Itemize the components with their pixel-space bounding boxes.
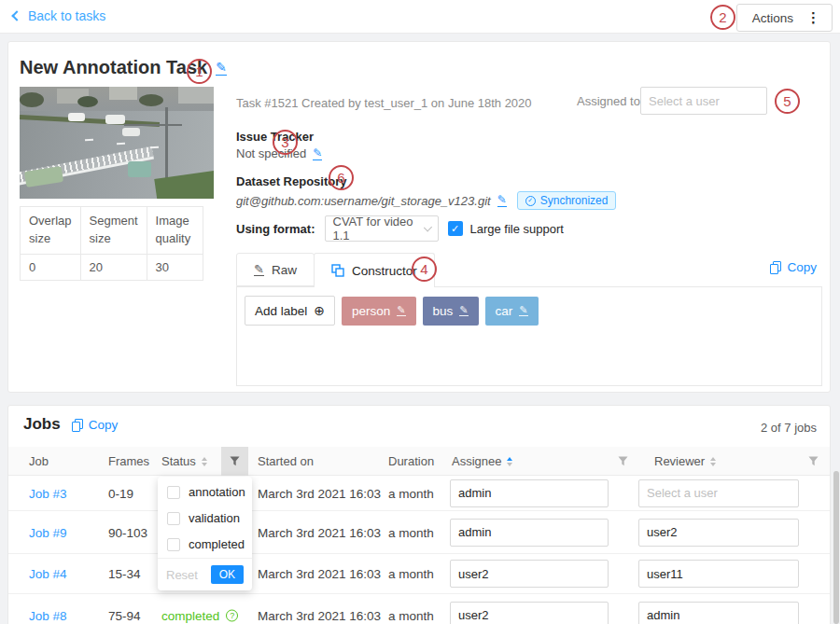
- checked-checkbox-icon[interactable]: ✓: [448, 221, 463, 236]
- edit-label-icon[interactable]: ✎: [397, 305, 405, 316]
- block-icon: [331, 264, 344, 277]
- back-to-tasks-label: Back to tasks: [28, 8, 105, 23]
- add-label-text: Add label: [255, 304, 307, 318]
- reviewer-input[interactable]: [638, 479, 799, 507]
- checkbox-icon[interactable]: [167, 538, 180, 551]
- filter-ok-button[interactable]: OK: [211, 565, 244, 584]
- job-link[interactable]: Job #4: [29, 567, 67, 581]
- column-status[interactable]: Status: [161, 454, 207, 468]
- edit-label-icon[interactable]: ✎: [459, 305, 468, 316]
- reviewer-input[interactable]: [638, 560, 799, 588]
- sort-icon-assignee[interactable]: [507, 457, 512, 466]
- format-select-value: CVAT for video 1.1: [333, 215, 425, 243]
- label-pill-bus[interactable]: bus ✎: [423, 297, 479, 326]
- job-link[interactable]: Job #9: [29, 525, 67, 539]
- filter-option-validation[interactable]: validation: [167, 511, 243, 525]
- column-job[interactable]: Job: [29, 454, 49, 468]
- using-format-label: Using format:: [236, 222, 315, 236]
- edit-label-icon[interactable]: ✎: [519, 305, 527, 316]
- filter-option-completed[interactable]: completed: [167, 537, 243, 551]
- filter-reviewer-button[interactable]: [800, 447, 827, 476]
- jobs-table-header: Job Frames Status Started on Duration As…: [8, 447, 830, 476]
- sort-icon-status[interactable]: [202, 457, 207, 466]
- job-link[interactable]: Job #8: [29, 608, 67, 622]
- checkbox-icon[interactable]: [167, 512, 180, 525]
- job-link[interactable]: Job #3: [29, 486, 67, 500]
- checkbox-icon[interactable]: [167, 486, 180, 499]
- column-status-label: Status: [161, 454, 196, 468]
- reviewer-input[interactable]: [638, 602, 799, 624]
- format-select[interactable]: CVAT for video 1.1: [325, 215, 439, 242]
- column-reviewer[interactable]: Reviewer: [654, 454, 716, 468]
- filter-assignee-button[interactable]: [609, 447, 637, 476]
- funnel-icon: [618, 456, 628, 466]
- callout-6: 6: [329, 165, 354, 190]
- label-pill-car[interactable]: car ✎: [485, 297, 539, 326]
- more-vertical-icon[interactable]: ⋮: [806, 9, 820, 26]
- assignee-input[interactable]: [450, 602, 609, 624]
- label-person-name: person: [352, 304, 390, 318]
- edit-title-icon[interactable]: ✎: [216, 61, 227, 76]
- repository-url[interactable]: git@github.com:username/git_storage_v123…: [236, 194, 491, 208]
- tab-constructor-label: Constructor: [352, 264, 417, 278]
- table-row: Job #8 75-94 completed ? March 3rd 2021 …: [8, 594, 830, 624]
- table-row: Job #4 15-34 March 3rd 2021 16:03 a mont…: [8, 554, 830, 594]
- page-scrollbar[interactable]: [833, 471, 839, 624]
- preview-building: [178, 87, 214, 104]
- copy-jobs-button[interactable]: Copy: [72, 418, 119, 432]
- callout-1: 1: [187, 59, 212, 84]
- labels-tabs: ✎ Raw Constructor: [236, 253, 435, 287]
- funnel-icon: [808, 456, 819, 466]
- back-to-tasks-link[interactable]: Back to tasks: [13, 8, 105, 23]
- preview-pole-arm: [124, 124, 182, 126]
- filter-option-annotation[interactable]: annotation: [167, 485, 243, 499]
- filter-status-button[interactable]: [221, 447, 248, 476]
- labels-constructor-panel: Add label ⊕ person ✎ bus ✎ car ✎: [236, 286, 822, 386]
- filter-option-annotation-label: annotation: [189, 485, 245, 499]
- copy-jobs-label: Copy: [89, 418, 119, 432]
- labels-row: Add label ⊕ person ✎ bus ✎ car ✎: [237, 287, 821, 326]
- assignee-select-input[interactable]: [640, 87, 767, 115]
- large-file-support-option[interactable]: ✓ Large file support: [448, 221, 564, 236]
- started-cell: March 3rd 2021 16:03: [258, 525, 381, 539]
- sort-icon-reviewer[interactable]: [710, 457, 716, 466]
- column-assignee[interactable]: Assignee: [452, 454, 512, 468]
- status-completed-label: completed: [161, 608, 219, 622]
- jobs-title: Jobs: [23, 415, 61, 434]
- tab-raw[interactable]: ✎ Raw: [236, 253, 315, 286]
- frames-cell: 90-103: [108, 525, 147, 539]
- edit-repository-icon[interactable]: ✎: [497, 194, 507, 207]
- funnel-icon: [230, 456, 240, 466]
- preview-tree: [77, 96, 98, 107]
- large-file-support-label: Large file support: [470, 222, 564, 236]
- task-params-table: Overlap size Segment size Image quality …: [20, 206, 203, 281]
- synchronized-label: Synchronized: [540, 194, 609, 207]
- add-label-button[interactable]: Add label ⊕: [245, 296, 335, 326]
- param-header-segment: Segment size: [80, 207, 147, 255]
- assignee-input[interactable]: [450, 479, 609, 507]
- assignee-input[interactable]: [450, 519, 609, 547]
- duration-cell: a month: [388, 525, 434, 539]
- task-preview-image: [20, 87, 214, 199]
- callout-5: 5: [775, 89, 800, 114]
- filter-reset-button[interactable]: Reset: [166, 568, 198, 582]
- actions-label: Actions: [752, 11, 793, 25]
- preview-white-van: [68, 113, 85, 121]
- edit-issue-tracker-icon[interactable]: ✎: [313, 147, 322, 160]
- status-filter-dropdown: annotation validation completed Reset OK: [158, 477, 252, 590]
- assignee-input[interactable]: [450, 560, 609, 588]
- synchronized-badge[interactable]: ✓ Synchronized: [517, 191, 617, 210]
- column-duration[interactable]: Duration: [388, 454, 434, 468]
- param-header-quality: Image quality: [147, 207, 203, 255]
- assigned-to-label: Assigned to: [577, 94, 640, 108]
- actions-button[interactable]: Actions ⋮: [736, 4, 833, 32]
- reviewer-input[interactable]: [638, 519, 799, 547]
- copy-icon: [770, 261, 781, 273]
- copy-labels-button[interactable]: Copy: [770, 260, 817, 274]
- column-frames[interactable]: Frames: [108, 454, 149, 468]
- question-circle-icon[interactable]: ?: [226, 609, 238, 621]
- column-started-on[interactable]: Started on: [258, 454, 314, 468]
- callout-2: 2: [710, 5, 735, 30]
- label-car-name: car: [496, 304, 513, 318]
- label-pill-person[interactable]: person ✎: [342, 297, 416, 326]
